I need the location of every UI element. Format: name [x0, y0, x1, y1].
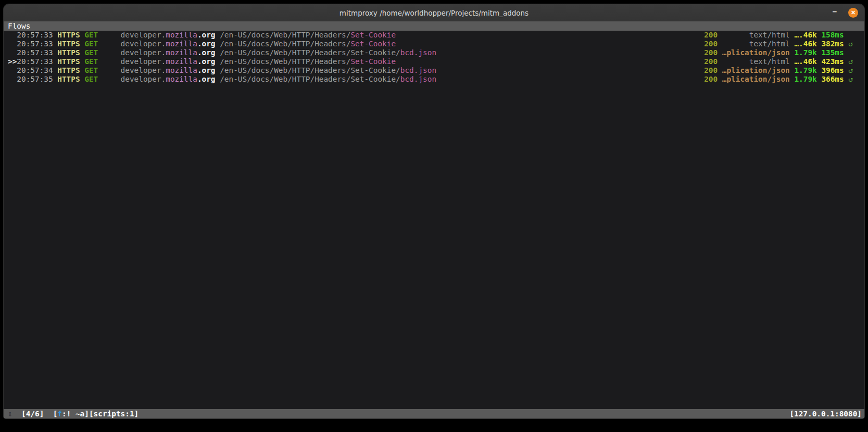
flow-request-summary: 20:57:33HTTPSGETdeveloper.mozilla.org/en… [8, 31, 396, 40]
flow-list: 20:57:33HTTPSGETdeveloper.mozilla.org/en… [4, 31, 864, 84]
flow-path-filename: bcd.json [400, 66, 436, 74]
flow-host-domain: mozilla [166, 75, 197, 83]
flow-duration: 366ms [821, 75, 844, 84]
flow-timestamp: 20:57:33 [17, 31, 53, 39]
window-title: mitmproxy /home/worldhopper/Projects/mit… [4, 4, 864, 21]
flow-row[interactable]: >>20:57:33HTTPSGETdeveloper.mozilla.org/… [4, 57, 864, 66]
listen-address: [127.0.0.1:8080] [789, 409, 862, 418]
flow-host-prefix: developer. [121, 48, 166, 57]
flow-row[interactable]: 20:57:33HTTPSGETdeveloper.mozilla.org/en… [4, 48, 864, 57]
flow-size: 1.79k [794, 66, 816, 75]
flow-path-filename: Set-Cookie [350, 57, 396, 66]
flow-row[interactable]: 20:57:33HTTPSGETdeveloper.mozilla.org/en… [4, 40, 864, 48]
flow-status-code: 200 [704, 57, 718, 66]
flow-count-indicator: [4/6] [21, 410, 44, 418]
flow-request-summary: 20:57:35HTTPSGETdeveloper.mozilla.org/en… [8, 75, 436, 84]
flow-method: GET [84, 40, 98, 48]
flow-status-code: 200 [704, 75, 718, 84]
flow-content-type: text/html [722, 31, 790, 40]
flow-host-prefix: developer. [121, 75, 166, 84]
flow-host-domain: mozilla [166, 40, 197, 48]
flow-response-summary: 200text/html….46k382ms↺ [704, 40, 853, 48]
flow-method: GET [84, 75, 98, 84]
flow-request-summary: 20:57:34HTTPSGETdeveloper.mozilla.org/en… [8, 66, 436, 75]
flow-status-code: 200 [704, 40, 718, 48]
filter-expression: :! ~a] [62, 410, 89, 418]
flow-timestamp: 20:57:33 [17, 57, 53, 66]
flow-duration: 158ms [821, 31, 844, 40]
flow-size: 1.79k [794, 48, 816, 57]
flow-host-tld: .org [197, 66, 216, 74]
flow-path: /en-US/docs/Web/HTTP/Headers/Set-Cookie/ [220, 66, 400, 75]
flow-size: ….46k [794, 57, 816, 66]
flow-path: /en-US/docs/Web/HTTP/Headers/Set-Cookie/ [220, 75, 400, 84]
flow-scheme: HTTPS [57, 40, 80, 48]
flow-scheme: HTTPS [57, 48, 80, 57]
status-bar: ⇩[4/6][f:! ~a][scripts:1] [127.0.0.1:808… [4, 409, 864, 418]
mitmproxy-window: mitmproxy /home/worldhopper/Projects/mit… [4, 4, 864, 418]
flow-method: GET [84, 66, 98, 75]
flow-row[interactable]: 20:57:35HTTPSGETdeveloper.mozilla.org/en… [4, 75, 864, 84]
replay-icon: ↺ [848, 57, 853, 66]
close-button[interactable]: ✕ [848, 8, 858, 18]
flow-scheme: HTTPS [57, 75, 80, 84]
flow-size: ….46k [794, 31, 816, 40]
flow-request-summary: 20:57:33HTTPSGETdeveloper.mozilla.org/en… [8, 48, 436, 57]
flow-host-tld: .org [197, 31, 216, 39]
flow-path-filename: bcd.json [400, 75, 436, 83]
flow-timestamp: 20:57:33 [17, 48, 53, 57]
flow-response-summary: 200…plication/json1.79k135ms [704, 48, 853, 57]
flow-duration: 135ms [821, 48, 844, 57]
flow-content-type: text/html [722, 40, 790, 48]
flow-scheme: HTTPS [57, 57, 80, 66]
flow-host-domain: mozilla [166, 31, 197, 39]
flow-response-summary: 200…plication/json1.79k396ms↺ [704, 66, 853, 75]
flow-method: GET [84, 31, 98, 40]
terminal-empty-area [4, 84, 864, 409]
flows-header: Flows [4, 21, 864, 31]
flow-method: GET [84, 57, 98, 66]
flow-status-code: 200 [704, 66, 718, 75]
flow-duration: 396ms [821, 66, 844, 75]
flow-scheme: HTTPS [57, 31, 80, 40]
desktop-background: mitmproxy /home/worldhopper/Projects/mit… [0, 0, 868, 432]
flow-size: ….46k [794, 40, 816, 48]
flow-timestamp: 20:57:33 [17, 40, 53, 48]
flow-size: 1.79k [794, 75, 816, 84]
mitmproxy-terminal: Flows 20:57:33HTTPSGETdeveloper.mozilla.… [4, 21, 864, 418]
replay-icon: ↺ [848, 40, 853, 48]
replay-icon: ↺ [848, 66, 853, 75]
minimize-icon: – [833, 7, 837, 16]
flow-host-prefix: developer. [121, 31, 166, 40]
flow-row[interactable]: 20:57:33HTTPSGETdeveloper.mozilla.org/en… [4, 31, 864, 40]
filter-open-bracket: [ [53, 410, 58, 418]
flow-status-code: 200 [704, 48, 718, 57]
flow-host-tld: .org [197, 48, 216, 57]
flow-content-type: …plication/json [722, 48, 790, 57]
window-titlebar[interactable]: mitmproxy /home/worldhopper/Projects/mit… [4, 4, 864, 21]
flow-duration: 423ms [821, 57, 844, 66]
window-controls: – ✕ [831, 4, 858, 21]
flow-content-type: text/html [722, 57, 790, 66]
flow-host-domain: mozilla [166, 66, 197, 74]
flow-content-type: …plication/json [722, 75, 790, 84]
flow-host-tld: .org [197, 40, 216, 48]
filter-indicator: [f:! ~a][scripts:1] [53, 410, 139, 418]
flow-path: /en-US/docs/Web/HTTP/Headers/ [220, 31, 350, 40]
flows-header-label: Flows [8, 22, 30, 30]
flow-path: /en-US/docs/Web/HTTP/Headers/ [220, 40, 350, 48]
flow-scheme: HTTPS [57, 66, 80, 75]
minimize-button[interactable]: – [831, 7, 839, 18]
flow-host-prefix: developer. [121, 57, 166, 66]
flow-path: /en-US/docs/Web/HTTP/Headers/Set-Cookie/ [220, 48, 400, 57]
flow-response-summary: 200text/html….46k423ms↺ [704, 57, 853, 66]
proxy-mode-icon: ⇩ [8, 410, 12, 418]
scripts-indicator: [scripts:1] [89, 410, 139, 418]
flow-host-tld: .org [197, 75, 216, 83]
close-icon: ✕ [851, 10, 856, 16]
flow-row[interactable]: 20:57:34HTTPSGETdeveloper.mozilla.org/en… [4, 66, 864, 75]
flow-request-summary: >>20:57:33HTTPSGETdeveloper.mozilla.org/… [8, 57, 396, 66]
flow-path-filename: Set-Cookie [350, 40, 396, 48]
replay-icon: ↺ [848, 75, 853, 84]
flow-response-summary: 200text/html….46k158ms [704, 31, 853, 40]
